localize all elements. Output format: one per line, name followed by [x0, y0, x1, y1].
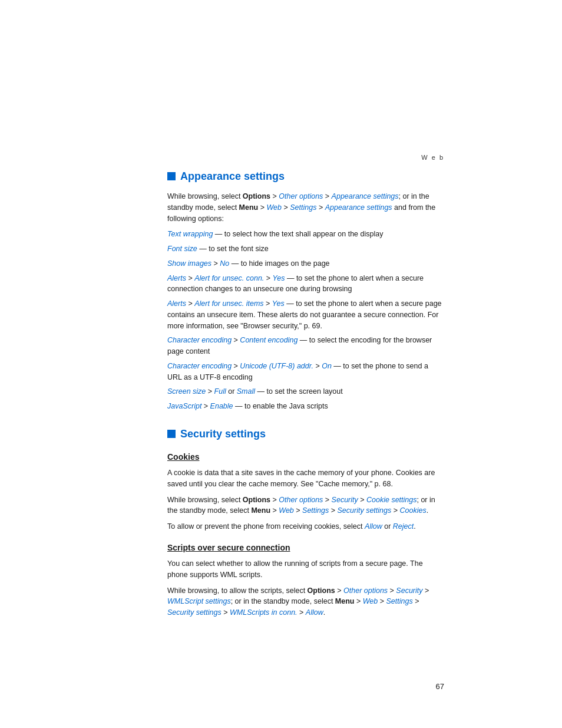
security-section-icon [167, 430, 176, 438]
scripts-body-2: While browsing, to allow the scripts, se… [167, 585, 444, 618]
cookies-body-1: A cookie is data that a site saves in th… [167, 467, 444, 490]
scripts-subheading: Scripts over secure connection [167, 542, 444, 554]
settings-link-2: Settings [302, 506, 329, 515]
settings-link-3: Settings [386, 597, 412, 605]
security-heading: Security settings [180, 426, 266, 442]
security-link-2: Security [396, 587, 422, 595]
cookies-body-3: To allow or prevent the phone from recei… [167, 521, 444, 532]
option-char-encoding-content: Character encoding > Content encoding — … [167, 335, 444, 357]
small-link: Small [237, 387, 255, 396]
font-size-link: Font size [167, 245, 197, 253]
allow-link-2: Allow [306, 608, 323, 617]
option-font-size: Font size — to set the font size [167, 243, 444, 255]
option-text-wrapping: Text wrapping — to select how the text s… [167, 229, 444, 240]
wml-settings-link: WMLScript settings [167, 597, 231, 605]
appearance-settings-link-2: Appearance settings [325, 203, 392, 212]
option-alerts-conn: Alerts > Alert for unsec. conn. > Yes — … [167, 273, 444, 295]
wmlscripts-conn-link: WMLScripts in conn. [230, 608, 297, 617]
page-number: 67 [436, 681, 444, 693]
show-images-link: Show images [167, 259, 211, 268]
alert-unsec-items-link: Alert for unsec. items [194, 299, 263, 308]
page-container: W e b Appearance settings While browsing… [0, 0, 562, 728]
menu-link-3: Menu [335, 597, 355, 605]
alert-unsec-conn-link: Alert for unsec. conn. [194, 274, 264, 282]
section-icon [167, 172, 176, 180]
on-link: On [322, 362, 332, 370]
other-options-link-2: Other options [279, 496, 323, 504]
web-link-3: Web [363, 597, 378, 605]
options-link-3: Options [308, 587, 335, 595]
content-encoding-link: Content encoding [240, 336, 297, 344]
appearance-section-title: Appearance settings [167, 169, 444, 184]
settings-link-1: Settings [290, 203, 316, 212]
security-section: Security settings Cookies A cookie is da… [167, 426, 444, 618]
cookies-subsection: Cookies A cookie is data that a site sav… [167, 451, 444, 532]
content-area: Appearance settings While browsing, sele… [0, 169, 562, 618]
security-section-title: Security settings [167, 426, 444, 442]
yes-link-2: Yes [272, 299, 285, 308]
enable-link: Enable [210, 402, 233, 410]
cookie-settings-link: Cookie settings [366, 496, 416, 504]
appearance-settings-link-1: Appearance settings [332, 192, 399, 200]
security-link-1: Security [332, 496, 358, 504]
full-link: Full [214, 387, 226, 396]
character-encoding-link-2: Character encoding [167, 362, 232, 370]
cookies-subheading: Cookies [167, 451, 444, 463]
reject-link: Reject [393, 522, 414, 531]
menu-link-2: Menu [251, 506, 270, 515]
option-alerts-items: Alerts > Alert for unsec. items > Yes — … [167, 298, 444, 331]
character-encoding-link-1: Character encoding [167, 336, 232, 344]
alerts-link-2: Alerts [167, 299, 186, 308]
allow-link-1: Allow [365, 522, 382, 531]
appearance-intro: While browsing, select Options > Other o… [167, 191, 444, 224]
cookies-link: Cookies [399, 506, 426, 515]
cookies-body-2: While browsing, select Options > Other o… [167, 495, 444, 517]
option-char-encoding-unicode: Character encoding > Unicode (UTF-8) add… [167, 361, 444, 383]
menu-link-1: Menu [239, 203, 259, 212]
options-link-2: Options [243, 496, 270, 504]
security-settings-link-1: Security settings [338, 506, 392, 515]
security-settings-link-2: Security settings [167, 608, 222, 617]
yes-link-1: Yes [273, 274, 285, 282]
text-wrapping-link: Text wrapping [167, 230, 213, 238]
web-link-1: Web [267, 203, 282, 212]
other-options-link-3: Other options [343, 587, 388, 595]
scripts-body-1: You can select whether to allow the runn… [167, 558, 444, 581]
web-link-2: Web [279, 506, 293, 515]
option-screen-size: Screen size > Full or Small — to set the… [167, 386, 444, 397]
options-link-1: Options [243, 192, 270, 200]
javascript-link: JavaScript [167, 402, 201, 410]
screen-size-link: Screen size [167, 387, 206, 396]
no-link: No [220, 259, 229, 268]
appearance-heading: Appearance settings [180, 169, 285, 184]
alerts-link-1: Alerts [167, 274, 186, 282]
appearance-section: Appearance settings While browsing, sele… [167, 169, 444, 412]
chapter-header: W e b [0, 0, 562, 169]
chapter-title: W e b [421, 154, 444, 161]
other-options-link-1: Other options [279, 192, 323, 200]
option-show-images: Show images > No — to hide images on the… [167, 258, 444, 269]
scripts-subsection: Scripts over secure connection You can s… [167, 542, 444, 618]
option-javascript: JavaScript > Enable — to enable the Java… [167, 401, 444, 412]
unicode-addr-link: Unicode (UTF-8) addr. [240, 362, 313, 370]
